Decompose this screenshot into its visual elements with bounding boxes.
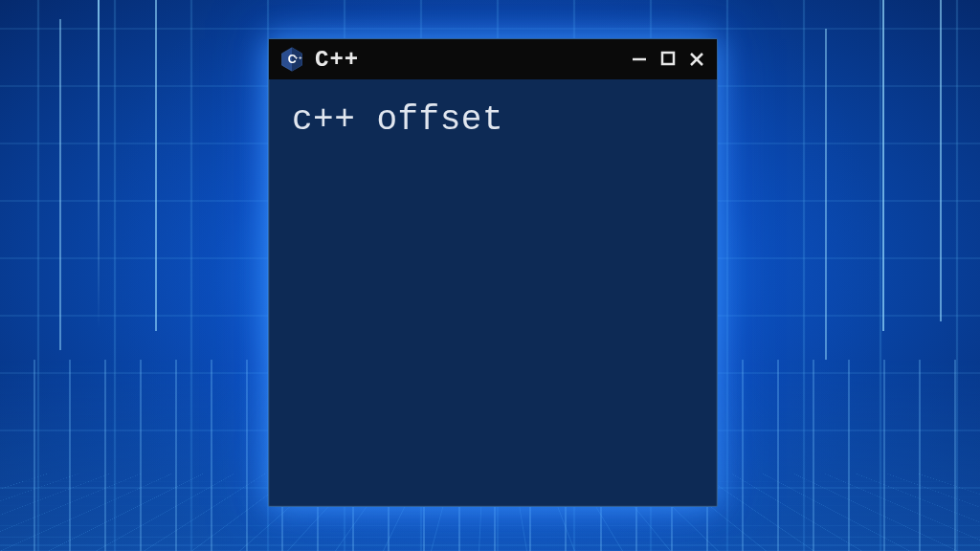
svg-text:+: + (299, 54, 302, 60)
svg-text:+: + (295, 54, 299, 60)
maximize-button[interactable] (657, 48, 679, 69)
close-button[interactable] (686, 49, 707, 70)
svg-rect-6 (662, 53, 674, 64)
minimize-button[interactable] (629, 49, 650, 70)
window-title: C++ (315, 47, 619, 73)
application-window: C + + C++ c++ offset (268, 38, 718, 507)
content-text: c++ offset (292, 100, 694, 140)
window-controls (629, 49, 707, 70)
window-content-area: c++ offset (269, 79, 717, 161)
cpp-logo-icon: C + + (278, 46, 305, 73)
window-titlebar[interactable]: C + + C++ (269, 39, 717, 79)
